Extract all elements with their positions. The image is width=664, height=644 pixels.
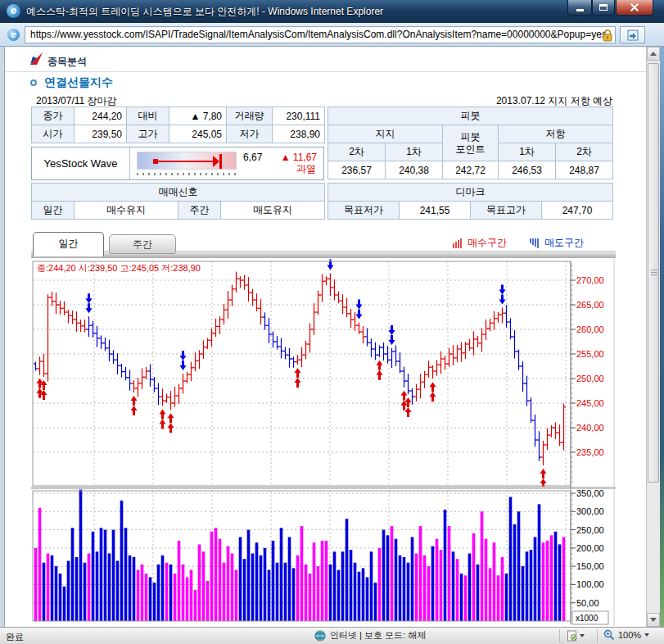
minimize-icon (576, 9, 584, 11)
support2-label: 2차 (328, 143, 386, 161)
ie-icon: e (7, 4, 20, 18)
tab-daily[interactable]: 일간 (33, 232, 104, 256)
target-high-label: 목표고가 (471, 202, 542, 220)
weekly-signal-label: 주간 (178, 202, 221, 220)
maximize-icon (599, 4, 608, 11)
svg-text:265,00: 265,00 (576, 300, 604, 310)
svg-text:255,00: 255,00 (576, 349, 604, 359)
window-border-right (660, 47, 664, 627)
wave-gauge (137, 152, 237, 170)
resist1-label: 1차 (499, 143, 556, 161)
wave-gauge-arrow (213, 156, 219, 167)
low-label: 저가 (227, 125, 273, 143)
compatibility-icon (627, 29, 639, 41)
resist2-value: 248,87 (556, 161, 613, 179)
open-value: 239,50 (75, 125, 127, 143)
page-content: 종목분석 연결선물지수 2013/07/11 장마감 2013.07.12 지지… (5, 47, 646, 627)
browser-window: e 예스스탁-최적의 트레이딩 시스템으로 보다 안전하게! - Windows… (0, 0, 664, 644)
demark-title: 디마크 (328, 184, 613, 202)
legend-sell-label: 매도구간 (544, 236, 584, 250)
title-bar: e 예스스탁-최적의 트레이딩 시스템으로 보다 안전하게! - Windows… (0, 0, 664, 23)
change-value: ▲ 7,80 (169, 107, 227, 125)
svg-text:300,00: 300,00 (576, 506, 604, 516)
svg-text:100,00: 100,00 (576, 579, 604, 589)
resistance-label: 저항 (499, 125, 613, 143)
buy-zone-icon (452, 238, 464, 249)
svg-text:x1000: x1000 (576, 614, 599, 623)
resist2-label: 2차 (556, 143, 613, 161)
wave-change: ▲ 11,67 (281, 152, 317, 163)
wave-gauge-ticks (137, 173, 237, 175)
scroll-up-icon (650, 52, 657, 56)
scroll-down-icon (650, 618, 657, 622)
zone-text: 인터넷 | 보호 모드: 해제 (330, 629, 426, 642)
status-bar: 완료 인터넷 | 보호 모드: 해제 100% (0, 627, 664, 644)
pivot-point-value: 242,72 (443, 161, 499, 179)
close-icon (630, 2, 639, 12)
legend-buy: 매수구간 (452, 236, 507, 250)
maximize-button[interactable] (592, 0, 615, 16)
close-label: 종가 (32, 107, 75, 125)
target-high-value: 247,70 (542, 202, 613, 220)
scroll-down-button[interactable] (647, 613, 660, 627)
page-actions[interactable] (567, 630, 585, 642)
section-bullet-icon (30, 79, 37, 86)
pivot-point-label-line2: 포인트 (447, 143, 494, 156)
wave-value: 6,67 (243, 152, 262, 163)
sell-zone-icon (529, 238, 541, 249)
window-title: 예스스탁-최적의 트레이딩 시스템으로 보다 안전하게! - Windows I… (26, 5, 383, 19)
daily-signal-label: 일간 (32, 202, 75, 220)
address-bar-row: e https://www.yesstock.com/ISAPI/TradeSi… (0, 23, 664, 47)
pivot-point-label: 피봇 포인트 (443, 125, 499, 161)
svg-text:50,00: 50,00 (576, 598, 599, 608)
status-separator2 (597, 629, 598, 642)
high-label: 고가 (127, 125, 169, 143)
high-value: 245,05 (169, 125, 227, 143)
svg-text:종:244,20 시:239,50 고:245,05 저:2: 종:244,20 시:239,50 고:245,05 저:238,90 (37, 263, 201, 273)
lock-icon (602, 29, 613, 45)
scroll-up-button[interactable] (647, 47, 660, 61)
open-label: 시가 (32, 125, 75, 143)
svg-text:235,00: 235,00 (576, 447, 604, 457)
support2-value: 236,57 (328, 161, 386, 179)
trade-signal-table: 매매신호 일간 매수유지 주간 매도유지 (31, 183, 325, 220)
svg-text:270,00: 270,00 (576, 275, 604, 285)
status-separator (559, 629, 560, 642)
wave-gauge-marker (219, 154, 222, 169)
demark-table: 디마크 목표저가 241,55 목표고가 247,70 (327, 183, 613, 220)
zoom-control[interactable]: 100% (603, 629, 649, 641)
support1-label: 1차 (386, 143, 443, 161)
wave-label: YesStock Wave (32, 147, 130, 179)
svg-text:250,00: 250,00 (576, 525, 604, 535)
svg-text:350,00: 350,00 (576, 488, 604, 498)
close-button[interactable] (616, 0, 653, 16)
wave-gauge-line (156, 161, 215, 162)
tab-weekly[interactable]: 주간 (109, 234, 176, 254)
pivot-point-label-line1: 피봇 (447, 131, 494, 143)
minimize-button[interactable] (567, 0, 592, 16)
low-value: 238,90 (273, 125, 325, 143)
volume-value: 230,111 (273, 107, 325, 125)
zoom-dropdown-icon (644, 633, 649, 637)
zoom-level: 100% (618, 630, 641, 640)
security-zone: 인터넷 | 보호 모드: 해제 (314, 629, 426, 642)
svg-text:240,00: 240,00 (576, 423, 604, 433)
support1-value: 240,38 (386, 161, 443, 179)
yesstock-wave-panel: YesStock Wave 6,67 ▲ 11,67 과열 (31, 147, 324, 180)
scrollbar-thumb[interactable] (648, 63, 659, 483)
quote-table: 종가 244,20 대비 ▲ 7,80 거래량 230,111 시가 239,5… (31, 107, 325, 143)
legend-sell: 매도구간 (529, 236, 584, 250)
header-divider (5, 71, 646, 72)
compatibility-view-button[interactable] (620, 26, 645, 43)
section-title: 연결선물지수 (44, 75, 113, 90)
vertical-scrollbar[interactable] (646, 47, 660, 627)
support-label: 지지 (328, 125, 443, 143)
wave-status: 과열 (296, 162, 316, 176)
address-input[interactable]: https://www.yesstock.com/ISAPI/TradeSign… (25, 26, 616, 43)
daily-signal-value: 매수유지 (75, 202, 178, 220)
close-value: 244,20 (75, 107, 127, 125)
change-label: 대비 (127, 107, 169, 125)
target-low-value: 241,55 (400, 202, 471, 220)
app-logo-icon (29, 52, 44, 69)
pivot-table: 피봇 지지 피봇 포인트 저항 2차 1차 1차 2차 236,57 240,3… (327, 107, 613, 179)
